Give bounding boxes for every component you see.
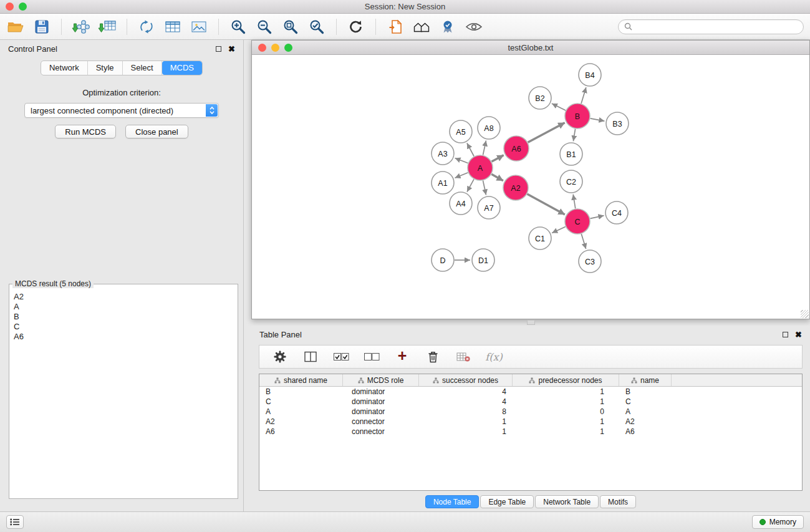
function-builder-icon[interactable]: f(x): [485, 347, 503, 367]
tab-style[interactable]: Style: [88, 61, 123, 75]
cell-successor-nodes[interactable]: 4: [419, 387, 513, 396]
table-row-A2[interactable]: A2connector11A2: [259, 417, 802, 427]
edge-A-A2[interactable]: [491, 174, 503, 180]
node-A8[interactable]: A8: [478, 117, 500, 139]
cell-mcds-role[interactable]: connector: [343, 417, 419, 426]
close-panel-button[interactable]: Close panel: [125, 125, 188, 138]
network-close-button[interactable]: [258, 44, 266, 52]
network-minimize-button[interactable]: [271, 44, 279, 52]
edge-B-B4[interactable]: [581, 87, 586, 104]
network-zoom-button[interactable]: [284, 44, 292, 52]
cell-name[interactable]: A6: [619, 427, 672, 436]
tab-network-table[interactable]: Network Table: [535, 495, 599, 508]
node-A3[interactable]: A3: [432, 142, 454, 165]
node-C3[interactable]: C3: [579, 250, 601, 273]
node-C[interactable]: C: [565, 209, 590, 234]
cell-successor-nodes[interactable]: 1: [419, 417, 513, 426]
mcds-result-item[interactable]: A: [14, 302, 233, 312]
table-row-B[interactable]: Bdominator41B: [259, 387, 802, 397]
edge-C-C4[interactable]: [591, 216, 604, 219]
panel-splitter-handle[interactable]: [527, 320, 535, 325]
mcds-result-item[interactable]: B: [14, 312, 233, 322]
table-row-A6[interactable]: A6connector11A6: [259, 427, 802, 437]
network-from-selection-icon[interactable]: [137, 17, 156, 37]
tab-select[interactable]: Select: [123, 61, 162, 75]
cell-predecessor-nodes[interactable]: 1: [513, 397, 619, 406]
node-A1[interactable]: A1: [432, 172, 454, 194]
table-row-A[interactable]: Adominator80A: [259, 407, 802, 417]
node-D1[interactable]: D1: [472, 249, 494, 271]
close-panel-icon[interactable]: ✖: [795, 331, 802, 339]
edge-B-B1[interactable]: [573, 129, 575, 142]
node-B4[interactable]: B4: [579, 64, 601, 86]
cell-shared-name[interactable]: A2: [259, 417, 343, 426]
node-A5[interactable]: A5: [450, 120, 472, 143]
node-B2[interactable]: B2: [529, 87, 551, 109]
cell-mcds-role[interactable]: dominator: [343, 407, 419, 416]
select-columns-icon[interactable]: [301, 347, 320, 367]
export-image-icon[interactable]: [190, 17, 208, 37]
node-A7[interactable]: A7: [478, 196, 500, 219]
save-icon[interactable]: [32, 17, 51, 37]
run-mcds-button[interactable]: Run MCDS: [55, 125, 116, 138]
zoom-in-icon[interactable]: [229, 17, 248, 37]
column-header-mcds-role[interactable]: MCDS role: [343, 374, 419, 386]
search-input[interactable]: [636, 22, 798, 31]
node-D[interactable]: D: [432, 249, 454, 271]
home-icon[interactable]: [412, 17, 431, 37]
cell-successor-nodes[interactable]: 4: [419, 397, 513, 406]
node-A4[interactable]: A4: [450, 192, 472, 215]
edge-A-A1[interactable]: [455, 173, 468, 178]
cell-shared-name[interactable]: C: [259, 397, 343, 406]
zoom-fit-icon[interactable]: [281, 17, 300, 37]
show-hide-eye-icon[interactable]: [465, 17, 483, 37]
search-field[interactable]: [618, 19, 804, 34]
column-header-predecessor-nodes[interactable]: predecessor nodes: [513, 374, 619, 386]
badge-check-icon[interactable]: [438, 17, 457, 37]
zoom-selected-icon[interactable]: [307, 17, 326, 37]
tab-network[interactable]: Network: [41, 61, 88, 75]
cell-predecessor-nodes[interactable]: 1: [513, 387, 619, 396]
node-A2[interactable]: A2: [503, 175, 528, 200]
float-panel-icon[interactable]: [216, 46, 221, 52]
cell-mcds-role[interactable]: connector: [343, 427, 419, 436]
cell-successor-nodes[interactable]: 1: [419, 427, 513, 436]
column-header-name[interactable]: name: [619, 374, 672, 386]
select-all-icon[interactable]: [332, 347, 350, 367]
fullscreen-window-button[interactable]: [19, 2, 27, 11]
node-A[interactable]: A: [468, 155, 493, 180]
cell-shared-name[interactable]: B: [259, 387, 343, 396]
cell-name[interactable]: A2: [619, 417, 672, 426]
table-row-C[interactable]: Cdominator41C: [259, 397, 802, 407]
new-table-icon[interactable]: [163, 17, 182, 37]
node-B1[interactable]: B1: [560, 143, 582, 165]
cell-name[interactable]: A: [619, 407, 672, 416]
open-session-document-icon[interactable]: [386, 17, 405, 37]
tab-mcds[interactable]: MCDS: [162, 61, 202, 75]
cell-successor-nodes[interactable]: 8: [419, 407, 513, 416]
float-panel-icon[interactable]: [783, 332, 788, 337]
delete-table-icon[interactable]: [454, 347, 473, 367]
edge-A-A6[interactable]: [492, 155, 504, 162]
cell-mcds-role[interactable]: dominator: [343, 397, 419, 406]
tab-edge-table[interactable]: Edge Table: [480, 495, 534, 508]
edge-A-A3[interactable]: [455, 158, 468, 163]
cell-name[interactable]: C: [619, 397, 672, 406]
column-header-shared-name[interactable]: shared name: [259, 374, 343, 386]
node-C4[interactable]: C4: [605, 201, 628, 224]
edge-C-C1[interactable]: [552, 227, 566, 233]
deselect-all-icon[interactable]: [362, 347, 381, 367]
cell-shared-name[interactable]: A6: [259, 427, 343, 436]
import-network-icon[interactable]: [72, 17, 90, 37]
edge-A-A5[interactable]: [467, 143, 474, 157]
node-B3[interactable]: B3: [606, 112, 629, 135]
edge-B-B3[interactable]: [591, 118, 605, 121]
open-file-icon[interactable]: [6, 17, 25, 37]
node-B[interactable]: B: [565, 104, 590, 128]
close-panel-icon[interactable]: ✖: [228, 45, 235, 53]
tab-motifs[interactable]: Motifs: [600, 495, 636, 508]
network-canvas[interactable]: AA1A2A3A4A5A6A7A8BB1B2B3B4CC1C2C3C4DD1: [252, 55, 809, 319]
add-column-icon[interactable]: +: [393, 346, 412, 366]
task-history-button[interactable]: [6, 515, 24, 529]
column-header-successor-nodes[interactable]: successor nodes: [419, 374, 513, 386]
